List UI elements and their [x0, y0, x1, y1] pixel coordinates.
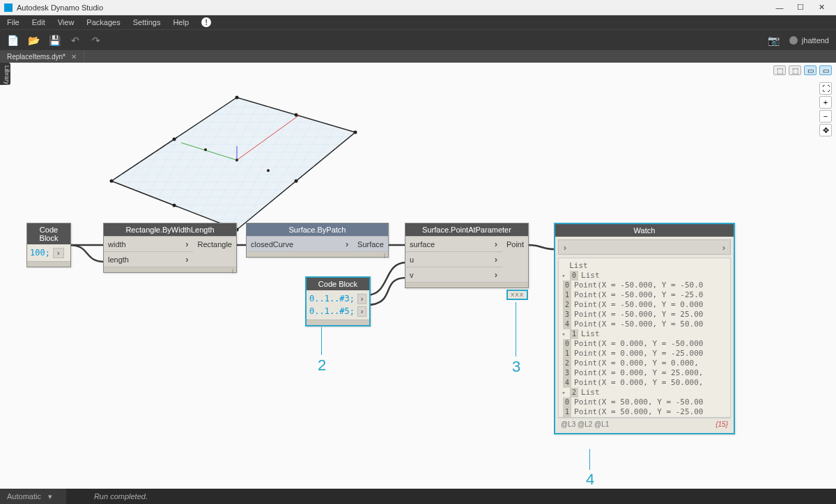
node-surface-bypatch[interactable]: Surface.ByPatch closedCurve› Surface | [246, 223, 389, 258]
save-file-icon[interactable]: 💾 [49, 35, 60, 46]
svg-point-7 [354, 131, 357, 134]
zoom-out-icon[interactable]: − [819, 110, 832, 123]
annotation-3: 3 [512, 358, 520, 376]
run-mode-label: Automatic [7, 492, 41, 501]
node-watch[interactable]: Watch › › List▾0List 0Point(X = -50.000,… [554, 223, 735, 434]
library-panel-tab[interactable]: Library [0, 63, 10, 85]
node-header[interactable]: Code Block [307, 278, 369, 290]
output-port-2[interactable]: › [357, 306, 366, 317]
geometry-preview [98, 77, 369, 237]
view-toggle-group: ⬚ ⬚ ▭ ▭ [773, 65, 832, 75]
output-port-surface[interactable]: Surface [353, 236, 388, 251]
view-both-icon[interactable]: ▭ [819, 65, 832, 75]
svg-marker-1 [111, 97, 355, 230]
watch-count: {15} [715, 420, 728, 428]
tab-label: ReplaceItems.dyn* [7, 53, 65, 61]
user-menu[interactable]: jhattend [789, 36, 829, 45]
node-header[interactable]: Surface.ByPatch [247, 223, 388, 236]
output-port-point[interactable]: Point [502, 236, 528, 251]
watch-list[interactable]: List▾0List 0Point(X = -50.000, Y = -50.0… [558, 258, 731, 418]
node-header[interactable]: Watch [555, 224, 734, 237]
menu-edit[interactable]: Edit [32, 18, 45, 26]
view-3d-icon[interactable]: ⬚ [773, 65, 786, 75]
output-port-1[interactable]: › [357, 294, 366, 304]
svg-point-10 [295, 113, 298, 117]
view-link-icon[interactable]: ⬚ [789, 65, 801, 75]
username: jhattend [802, 36, 829, 45]
output-port-rectangle[interactable]: Rectangle [193, 236, 236, 251]
input-port-u[interactable]: u› [405, 251, 502, 267]
svg-point-13 [204, 148, 207, 151]
info-icon[interactable]: ! [201, 17, 211, 27]
node-header[interactable]: Surface.PointAtParameter [405, 223, 528, 236]
open-file-icon[interactable]: 📂 [28, 35, 39, 46]
input-port-surface[interactable]: surface› [405, 236, 502, 251]
close-button[interactable]: ✕ [811, 3, 832, 12]
watch-output-port[interactable]: › [718, 242, 730, 253]
lacing-badge[interactable]: XXX [506, 290, 528, 300]
menu-file[interactable]: File [7, 18, 20, 26]
annotation-4: 4 [586, 471, 594, 489]
redo-icon[interactable]: ↷ [91, 35, 102, 46]
tab-close-icon[interactable]: ✕ [71, 53, 77, 61]
node-header[interactable]: Rectangle.ByWidthLength [104, 223, 236, 236]
statusbar: Automatic ▾ Run completed. [0, 489, 836, 504]
watch-input-port[interactable]: › [559, 242, 571, 253]
canvas[interactable]: Library ⬚ ⬚ ▭ ▭ ⛶ + − ✥ [0, 63, 836, 489]
annotation-line-2 [321, 327, 322, 355]
app-logo [4, 3, 13, 12]
menu-view[interactable]: View [58, 18, 75, 26]
svg-point-14 [267, 169, 270, 172]
code-text[interactable]: 100; [30, 248, 50, 258]
output-port[interactable]: › [53, 248, 64, 258]
annotation-line-3 [516, 302, 516, 356]
svg-point-12 [173, 204, 176, 207]
screenshot-icon[interactable]: 📷 [768, 35, 780, 46]
svg-point-6 [235, 96, 239, 100]
input-port-closedcurve[interactable]: closedCurve› [247, 236, 353, 251]
code-line-1[interactable]: 0..1..#3; [309, 294, 355, 304]
svg-point-9 [173, 138, 176, 141]
run-mode-dropdown[interactable]: Automatic ▾ [0, 489, 66, 504]
undo-icon[interactable]: ↶ [70, 35, 81, 46]
menu-help[interactable]: Help [173, 18, 189, 26]
new-file-icon[interactable]: 📄 [7, 35, 18, 46]
input-port-length[interactable]: length› [104, 251, 193, 267]
avatar-icon [789, 36, 798, 45]
run-status-message: Run completed. [94, 492, 148, 501]
input-port-v[interactable]: v› [405, 267, 502, 282]
node-header[interactable]: Code Block [27, 223, 70, 244]
menu-packages[interactable]: Packages [86, 18, 120, 26]
node-rectangle-bywidthlength[interactable]: Rectangle.ByWidthLength width› length› R… [103, 223, 237, 273]
annotation-line-4 [589, 449, 590, 470]
watch-levels: @L3 @L2 @L1 [561, 420, 609, 428]
annotation-2: 2 [318, 356, 326, 375]
input-port-width[interactable]: width› [104, 236, 193, 251]
tabbar: ReplaceItems.dyn* ✕ [0, 50, 836, 63]
view-graph-icon[interactable]: ▭ [804, 65, 816, 75]
pan-icon[interactable]: ✥ [819, 124, 832, 136]
app-title: Autodesk Dynamo Studio [17, 3, 769, 12]
svg-point-11 [295, 180, 298, 183]
viewport-controls: ⛶ + − ✥ [819, 82, 832, 136]
titlebar: Autodesk Dynamo Studio — ☐ ✕ [0, 0, 836, 15]
chevron-down-icon: ▾ [48, 492, 52, 501]
menu-settings[interactable]: Settings [133, 18, 161, 26]
maximize-button[interactable]: ☐ [790, 3, 811, 12]
svg-point-15 [235, 159, 238, 162]
svg-point-5 [110, 180, 114, 183]
zoom-in-icon[interactable]: + [819, 96, 832, 109]
node-code-block-2[interactable]: Code Block 0..1..#3;› 0..1..#5;› [305, 276, 371, 326]
code-line-2[interactable]: 0..1..#5; [309, 306, 355, 316]
node-surface-pointatparameter[interactable]: Surface.PointAtParameter surface› u› v› … [405, 223, 529, 288]
menubar: File Edit View Packages Settings Help ! [0, 15, 836, 29]
node-code-block-1[interactable]: Code Block 100; › [26, 223, 71, 267]
file-tab[interactable]: ReplaceItems.dyn* ✕ [0, 50, 84, 63]
minimize-button[interactable]: — [769, 3, 790, 12]
fit-view-icon[interactable]: ⛶ [819, 82, 832, 95]
toolbar: 📄 📂 💾 ↶ ↷ 📷 jhattend [0, 29, 836, 50]
